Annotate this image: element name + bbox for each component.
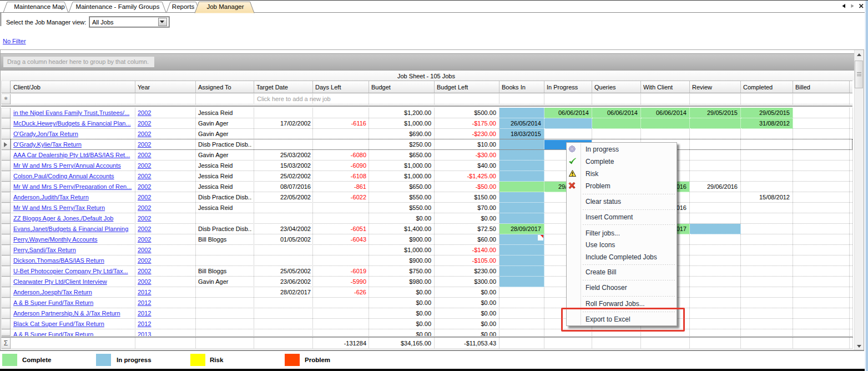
svg-text:Reports: Reports: [172, 3, 195, 10]
svg-text:Job Manager: Job Manager: [206, 3, 244, 10]
svg-text:Maintenance - Family Groups: Maintenance - Family Groups: [76, 3, 160, 10]
svg-text:Maintenance Map: Maintenance Map: [14, 3, 64, 10]
